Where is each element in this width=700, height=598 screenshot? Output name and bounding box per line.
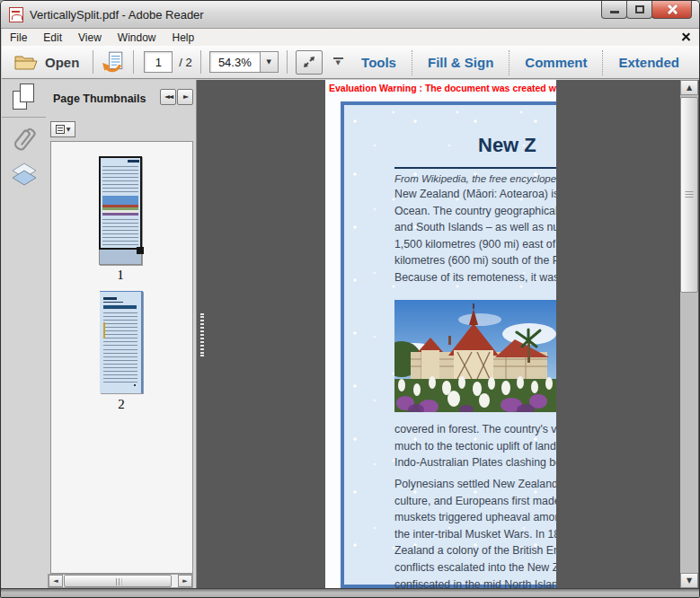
document-page: Evaluation Warning : The document was cr… — [325, 80, 556, 588]
menu-bar: File Edit View Window Help — [2, 29, 700, 46]
visible-area-box[interactable] — [99, 156, 142, 250]
layers-panel-button[interactable] — [11, 163, 38, 188]
paragraph-line: culture, and Europeans first made contac… — [394, 493, 556, 510]
scroll-up-button[interactable]: ▲ — [680, 80, 698, 95]
panel-title: Page Thumbnails — [53, 92, 146, 105]
document-v-scrollbar[interactable]: ▲ ▼ — [680, 80, 698, 588]
paragraph-line: covered in forest. The country's varied … — [394, 421, 556, 438]
menu-file[interactable]: File — [2, 30, 35, 46]
thumbnails-list: 1 2 — [50, 141, 193, 574]
page-thumbnails-panel-button[interactable] — [13, 84, 37, 111]
close-document-button[interactable] — [681, 32, 691, 42]
page-decorative-frame: New Z From Wikipedia, the free encyclope… — [341, 101, 556, 588]
title-rule — [394, 167, 556, 169]
page-number-input[interactable]: 1 — [144, 51, 173, 73]
v-scroll-thumb[interactable] — [680, 97, 698, 293]
up-arrow-icon: ▲ — [687, 84, 692, 92]
window-title: VerticallySplit.pdf - Adobe Reader — [30, 8, 204, 22]
menu-edit[interactable]: Edit — [35, 30, 70, 46]
article-paragraph-2: covered in forest. The country's varied … — [394, 421, 556, 471]
adobe-reader-window: VerticallySplit.pdf - Adobe Reader File … — [0, 0, 700, 598]
scroll-right-button[interactable]: ► — [178, 575, 192, 587]
right-arrow-icon: ► — [183, 93, 187, 101]
paragraph-line: much to the tectonic uplift of land and … — [394, 438, 556, 455]
evaluation-warning: Evaluation Warning : The document was cr… — [329, 83, 556, 93]
page-label-2: 2 — [100, 397, 143, 412]
options-list-icon — [56, 125, 65, 134]
thumb-header-bar — [103, 305, 137, 309]
folder-icon — [14, 53, 38, 71]
document-pane: Evaluation Warning : The document was cr… — [207, 80, 680, 588]
toolbar-separator — [93, 50, 93, 74]
thumbnails-options-bar: ▼ — [46, 118, 196, 141]
thumb-text-lines — [103, 312, 137, 347]
fill-sign-button[interactable]: Fill & Sign — [412, 55, 509, 70]
paragraph-line: muskets triggered upheaval among Māori — [394, 509, 556, 526]
close-button[interactable] — [651, 1, 692, 19]
navigation-pane-strip — [2, 80, 46, 588]
next-page-button[interactable]: ► — [177, 89, 193, 105]
thumb-title-line — [103, 297, 117, 300]
article-paragraph-1: New Zealand (Māori: Aotearoa) is an isla… — [394, 186, 556, 286]
toolbar-separator — [133, 50, 134, 74]
paragraph-line: kilometres (600 mi) south of the Pacific… — [394, 252, 556, 269]
previous-page-button[interactable]: ◄◄ — [160, 89, 176, 105]
thumbnails-sidebar: Page Thumbnails ◄◄ ► ▼ — [46, 80, 196, 588]
page-thumbnail-1[interactable] — [99, 156, 142, 265]
sidebar-splitter[interactable] — [197, 80, 207, 588]
thumbnails-h-scrollbar[interactable]: ◄ ► — [48, 574, 193, 588]
open-label: Open — [45, 55, 79, 70]
panel-header: Page Thumbnails ◄◄ ► — [46, 80, 196, 117]
article-paragraph-3: Polynesians settled New Zealand in 1250–… — [394, 476, 556, 588]
toolbar-separator — [200, 50, 201, 74]
page-thumbnail-2[interactable] — [100, 291, 143, 393]
visible-area-resize-handle[interactable] — [137, 247, 144, 254]
menu-view[interactable]: View — [70, 30, 110, 46]
article-title: New Z — [478, 134, 536, 157]
maximize-button[interactable] — [626, 1, 652, 19]
thumb-page-remainder — [99, 250, 142, 265]
attachments-panel-button[interactable] — [7, 121, 43, 159]
window-bottom-frame — [1, 588, 700, 598]
main-content: Page Thumbnails ◄◄ ► ▼ — [2, 80, 700, 588]
fit-window-button[interactable] — [296, 50, 323, 75]
resize-arrows-icon — [302, 55, 316, 69]
paragraph-line: Ocean. The country geographically compri… — [394, 203, 556, 220]
paragraph-line: Zealand a colony of the British Empire. — [394, 542, 556, 559]
extended-button[interactable]: Extended — [603, 55, 695, 70]
chevron-down-icon: ▼ — [336, 60, 341, 66]
tools-button[interactable]: Tools — [346, 55, 412, 70]
zoom-dropdown-button[interactable]: ▼ — [260, 51, 279, 73]
toolbar-overflow-button[interactable]: ▼ — [333, 57, 343, 66]
splitter-drag-grip[interactable] — [200, 313, 204, 356]
minimize-button[interactable] — [601, 1, 627, 19]
down-arrow-icon: ▼ — [687, 577, 692, 585]
paragraph-line: 1,500 kilometres (900 mi) east of Austra… — [394, 236, 556, 253]
paragraph-line: the inter-tribal Musket Wars. In 1840 th… — [394, 526, 556, 543]
page-label-1: 1 — [99, 268, 142, 283]
right-arrow-icon: ► — [182, 578, 187, 585]
maximize-icon — [635, 5, 644, 13]
paragraph-line: and South Islands – as well as numerous … — [394, 219, 556, 236]
toolbar-separator — [287, 50, 288, 74]
thumb-quote-bar — [103, 322, 105, 339]
pdf-file-icon — [9, 7, 23, 22]
h-scroll-thumb[interactable] — [64, 575, 172, 587]
paragraph-line: Polynesians settled New Zealand in 1250– — [394, 476, 556, 493]
menu-help[interactable]: Help — [164, 30, 203, 46]
scroll-down-button[interactable]: ▼ — [680, 573, 698, 588]
paragraph-line: New Zealand (Māori: Aotearoa) is an isla… — [394, 186, 556, 203]
thumb-text-lines — [103, 349, 137, 385]
comment-button[interactable]: Comment — [509, 55, 602, 70]
open-button[interactable]: Open — [2, 49, 84, 75]
paragraph-line: confiscated in the mid North Island. Eco… — [394, 576, 556, 588]
menu-window[interactable]: Window — [110, 30, 164, 46]
title-bar[interactable]: VerticallySplit.pdf - Adobe Reader — [1, 1, 699, 29]
scroll-left-button[interactable]: ◄ — [49, 575, 63, 587]
share-document-icon[interactable] — [102, 50, 125, 74]
article-byline: From Wikipedia, the free encyclopedia — [394, 173, 556, 184]
zoom-input[interactable]: 54.3% — [209, 51, 261, 73]
double-left-arrow-icon: ◄◄ — [164, 93, 172, 101]
thumbnails-options-button[interactable]: ▼ — [50, 121, 75, 137]
page-total-label: / 2 — [179, 56, 191, 69]
